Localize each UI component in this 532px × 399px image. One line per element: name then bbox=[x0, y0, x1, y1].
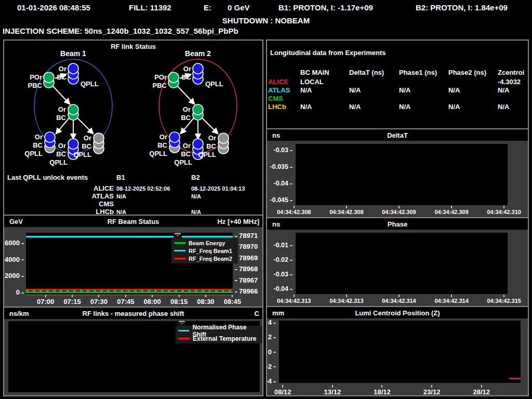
rf-freq-beam1-line bbox=[26, 236, 233, 237]
x-tick-label: 04:34:42.308 bbox=[277, 209, 311, 215]
y-tick-label: 78966 bbox=[235, 288, 258, 295]
x-tick-label: 04:34:42.309 bbox=[434, 209, 468, 215]
node-label: BC bbox=[181, 73, 191, 81]
qpll-b1-value: N/A bbox=[116, 193, 126, 200]
y-axis: 420-2-4 bbox=[267, 319, 276, 385]
rf-node bbox=[68, 104, 78, 115]
beam-energy-line bbox=[26, 291, 233, 293]
beam-link-diagrams: Beam 1POrPBCOrBCQPLLOrBCOrBCQPLLOrBCQPLL… bbox=[4, 48, 262, 181]
qpll-col-b1: B1 bbox=[116, 174, 125, 181]
node-label: QPLL bbox=[149, 150, 167, 157]
node-label: QPLL bbox=[205, 80, 223, 88]
qpll-row-alice: ALICE 08-12-2025 02:52:06 08-12-2025 01:… bbox=[4, 184, 262, 192]
phase-chart: ns Phase -0.01-0.02-0.03-0.04 04:34:42.3… bbox=[267, 218, 528, 306]
y-tick-label: 0 bbox=[268, 349, 276, 356]
legend-pin-icon[interactable] bbox=[178, 320, 186, 326]
col-deltat: DeltaT (ns) bbox=[349, 69, 384, 76]
legend-swatch bbox=[174, 242, 185, 244]
experiment-name: LHCb bbox=[268, 103, 286, 111]
col-phase2: Phase2 (ns) bbox=[448, 69, 486, 76]
fill-number: FILL: 11392 bbox=[129, 3, 171, 12]
experiment-name: ALICE bbox=[268, 78, 288, 86]
date-axis: 08/1213/1218/1223/1228/12 bbox=[274, 388, 490, 395]
x-tick-label: 04:34:42.310 bbox=[487, 209, 521, 215]
node-label: PBC bbox=[28, 82, 43, 89]
chart-header: mm Lumi Centroid Position (Z) bbox=[267, 307, 528, 318]
rf-node bbox=[168, 72, 179, 83]
node-label: BC bbox=[181, 150, 191, 158]
qpll-b2-value: 08-12-2025 01:04:13 bbox=[191, 185, 245, 192]
experiment-name: LHCb bbox=[4, 208, 114, 215]
table-row-alice: ALICE LOCAL -4.3032 bbox=[267, 78, 528, 86]
chart-body: 420-2-4 08/1213/1218/1223/1228/12 bbox=[267, 318, 528, 395]
rf-node bbox=[68, 139, 78, 149]
legend-label: Beam Energy bbox=[189, 240, 225, 246]
rf-node bbox=[68, 63, 78, 74]
link-arrow bbox=[52, 86, 70, 104]
experiments-table-section: Longitudinal data from Experiments BC MA… bbox=[267, 41, 528, 128]
chart-title: DeltaT bbox=[267, 131, 528, 139]
x-tick-label: 08:45 bbox=[224, 298, 241, 305]
y-tick-label: 78970 bbox=[235, 243, 258, 250]
rf-beam-status-chart: GeV RF Beam Status Hz [+40 MHz] 60004000… bbox=[4, 216, 262, 307]
x-tick-label: 07:15 bbox=[63, 298, 81, 305]
beam1-title: Beam 1 bbox=[60, 49, 86, 58]
beam-energy-noise bbox=[26, 290, 233, 291]
table-row-atlas: ATLAS N/A N/A N/A N/A N/A bbox=[267, 86, 528, 95]
x-tick-label: 08:30 bbox=[197, 298, 214, 305]
right-axis-unit: C bbox=[255, 310, 259, 317]
chart-body: 6000400020000 78971789707896978968789677… bbox=[4, 227, 262, 307]
experiment-name: ATLAS bbox=[268, 86, 290, 94]
chart-body: Normalised Phase Shift External Temperat… bbox=[4, 319, 262, 395]
node-label: POr bbox=[154, 73, 167, 81]
bc-main-value: LOCAL bbox=[300, 78, 324, 86]
bc-main-value: N/A bbox=[300, 86, 312, 94]
phase2-value: N/A bbox=[448, 103, 460, 111]
plot-area[interactable] bbox=[279, 321, 521, 383]
legend-pin-icon[interactable] bbox=[174, 232, 182, 238]
rf-link-status-section: RF link Status Beam 1POrPBCOrBCQPLLOrBCO… bbox=[4, 41, 262, 215]
deltat-value: N/A bbox=[349, 86, 361, 94]
link-arrow bbox=[77, 118, 93, 134]
chart-title: RF links - measured phase shift bbox=[4, 310, 262, 317]
x-tick-label: 08/12 bbox=[274, 388, 291, 395]
table-row-cms: CMS bbox=[267, 95, 528, 103]
link-arrow bbox=[202, 118, 218, 134]
node-label: Or bbox=[84, 134, 91, 142]
col-phase1: Phase1 (ns) bbox=[399, 69, 437, 76]
y-tick-label: 78969 bbox=[235, 255, 258, 262]
x-tick-label: 04:34:42.315 bbox=[487, 298, 521, 304]
node-label: Or bbox=[58, 105, 66, 113]
qpll-row-lhcb: LHCb N/A N/A bbox=[4, 208, 262, 215]
beam2-diagram: Beam 2POrPBCOrBCQPLLOrBCOrBCQPLLOrBCQPLL… bbox=[149, 49, 237, 166]
legend-swatch bbox=[178, 338, 190, 339]
plot-area[interactable] bbox=[296, 144, 508, 205]
beam2-intensity: B2: PROTON, I: 1.84e+09 bbox=[416, 3, 508, 12]
left-axis: 6000400020000 bbox=[4, 240, 24, 296]
phase1-value: N/A bbox=[399, 86, 410, 94]
plot-area[interactable] bbox=[296, 233, 508, 294]
phase-shift-chart: ns/km RF links - measured phase shift C … bbox=[4, 308, 262, 395]
machine-mode: SHUTDOWN : NOBEAM bbox=[0, 16, 532, 25]
chart-legend[interactable]: Beam Energy RF_Freq Beam1 RF_Freq Beam2 bbox=[171, 238, 238, 263]
y-tick-label: 78971 bbox=[235, 232, 258, 240]
experiment-name: CMS bbox=[268, 95, 283, 102]
qpll-b2-value: N/A bbox=[191, 209, 201, 215]
node-label: BC bbox=[56, 114, 66, 122]
chart-legend[interactable]: Normalised Phase Shift External Temperat… bbox=[176, 326, 262, 343]
right-axis: 789717897078969789687896778966 bbox=[235, 232, 262, 295]
chart-body: -0.03-0.035-0.04-0.045 04:34:42.30804:34… bbox=[267, 141, 528, 217]
y-tick-label: -0.045 bbox=[270, 196, 292, 204]
node-label: BC bbox=[82, 142, 91, 150]
rf-node bbox=[169, 132, 180, 142]
x-tick-label: 04:34:42.313 bbox=[329, 298, 363, 304]
node-label: Or bbox=[208, 134, 216, 142]
node-label: POr bbox=[30, 73, 42, 81]
rf-node bbox=[193, 63, 203, 74]
x-tick-label: 04:34:42.314 bbox=[382, 298, 416, 304]
zcentroid-value: -4.3032 bbox=[498, 78, 521, 86]
qpll-b1-value: N/A bbox=[116, 209, 126, 215]
qpll-row-cms: CMS bbox=[4, 200, 262, 208]
node-label: QPLL bbox=[73, 151, 91, 158]
y-tick-label: 78967 bbox=[235, 277, 258, 284]
